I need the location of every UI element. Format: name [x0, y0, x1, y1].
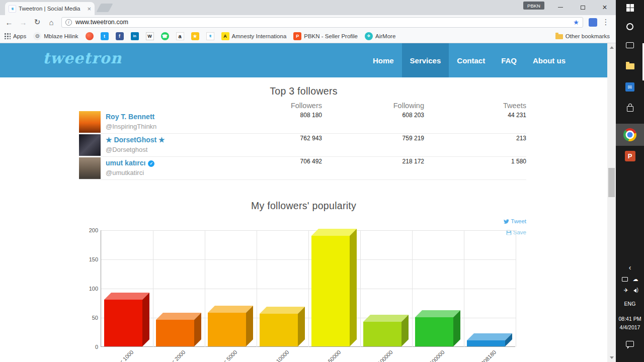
column-header-following: Following — [324, 102, 424, 110]
avatar — [79, 111, 101, 133]
bookmark-item[interactable]: ☎ — [161, 32, 169, 40]
gridline — [153, 230, 153, 347]
new-tab-button[interactable] — [96, 4, 113, 12]
bookmark-item[interactable]: in — [131, 32, 139, 40]
followers-table-rows: Roy T. Bennett@InspiringThinkn808 180608… — [79, 111, 526, 180]
bookmark-favicon: in — [131, 32, 139, 40]
file-explorer-button[interactable] — [616, 63, 644, 69]
screen: tt Tweetron | Social Media × PBKN × ← → … — [0, 0, 644, 362]
bookmark-favicon: ⊙ — [33, 32, 41, 40]
bookmark-item[interactable]: ✈AirMore — [365, 32, 395, 40]
bookmark-favicon: P — [293, 32, 301, 40]
powerpoint-icon: P — [625, 151, 635, 161]
chevron-left-icon: ‹ — [629, 263, 631, 272]
page-scrollbar[interactable] — [607, 43, 616, 362]
site-info-icon[interactable]: i — [65, 19, 72, 26]
bar-< 100000 — [363, 315, 409, 346]
home-icon[interactable]: ⌂ — [44, 18, 58, 27]
avatar — [79, 134, 101, 156]
volume-icon[interactable] — [633, 289, 636, 293]
bookmark-favicon: A — [221, 32, 229, 40]
profile-badge[interactable]: PBKN — [523, 2, 544, 10]
bookmark-item[interactable]: ★ — [191, 32, 199, 40]
bar-< 10000 — [260, 307, 305, 346]
bookmark-item[interactable]: tt — [206, 32, 214, 40]
onedrive-cloud-icon[interactable]: ☁ — [633, 277, 638, 282]
close-button[interactable]: × — [594, 0, 616, 15]
network-icon[interactable]: ✈ — [623, 288, 628, 293]
bookmark-item[interactable]: a — [176, 32, 184, 40]
scroll-down-icon[interactable] — [607, 353, 616, 362]
bookmark-item[interactable]: PPBKN - Seller Profile — [293, 32, 358, 40]
back-icon[interactable]: ← — [2, 18, 16, 27]
avatar — [79, 157, 101, 179]
maximize-button[interactable] — [572, 0, 594, 15]
gridline — [412, 230, 413, 347]
action-center-button[interactable] — [616, 341, 644, 347]
follower-handle: @InspiringThinkn — [106, 123, 156, 130]
store-button[interactable] — [616, 104, 644, 112]
y-axis-tick-label: 0 — [83, 344, 98, 350]
site-header: tweetron HomeServicesContactFAQAbout us — [0, 43, 607, 77]
scroll-up-icon[interactable] — [607, 43, 616, 52]
bookmark-favicon: f — [116, 32, 124, 40]
tab-close-icon[interactable]: × — [87, 6, 91, 12]
clock-date-area[interactable]: 4/4/2017 — [616, 324, 644, 330]
bookmark-label: AirMore — [375, 33, 395, 39]
follower-followers-count: 808 180 — [262, 112, 322, 119]
apps-shortcut[interactable]: Apps — [4, 33, 26, 39]
bookmark-item[interactable]: ⊙Mblaze Hilink — [33, 32, 78, 40]
url-bar[interactable]: i www.tweetron.com ★ — [61, 17, 583, 28]
nav-item-home[interactable]: Home — [365, 43, 402, 77]
nav-item-services[interactable]: Services — [402, 43, 449, 77]
bookmark-item[interactable] — [86, 32, 94, 40]
cortana-button[interactable] — [616, 23, 644, 30]
start-button[interactable] — [616, 4, 644, 12]
forward-icon[interactable]: → — [16, 18, 30, 27]
nav-item-about-us[interactable]: About us — [525, 43, 574, 77]
minimize-button[interactable] — [549, 0, 572, 15]
followers-title: Top 3 followers — [0, 85, 607, 97]
maximize-icon — [581, 6, 585, 10]
apps-label: Apps — [13, 33, 26, 39]
bookmark-star-icon[interactable]: ★ — [573, 19, 579, 26]
browser-tab[interactable]: tt Tweetron | Social Media × — [5, 2, 95, 15]
nav-item-faq[interactable]: FAQ — [493, 43, 525, 77]
follower-name-link[interactable]: Roy T. Bennett — [106, 113, 154, 121]
follower-name-link[interactable]: umut katırcı✓ — [106, 159, 154, 167]
y-axis-tick-label: 100 — [83, 286, 98, 292]
extension-icon[interactable] — [589, 18, 597, 27]
bookmark-item[interactable]: t — [101, 32, 109, 40]
powerpoint-button[interactable]: P — [616, 151, 644, 161]
bookmark-item[interactable]: W — [146, 32, 154, 40]
apps-grid-icon — [4, 33, 11, 39]
language-indicator[interactable]: ENG — [616, 301, 644, 307]
bookmark-label: Mblaze Hilink — [44, 33, 78, 39]
bookmark-item[interactable]: AAmnesty Internationa — [221, 32, 287, 40]
store-bag-icon — [627, 106, 633, 112]
reload-icon[interactable]: ↻ — [30, 18, 44, 27]
site-logo[interactable]: tweetron — [43, 49, 122, 67]
mail-button[interactable]: ✉ — [616, 82, 644, 92]
bookmark-label: Amnesty Internationa — [232, 33, 287, 39]
x-axis-tick-label: < 5000 — [222, 349, 238, 362]
other-bookmarks[interactable]: Other bookmarks — [555, 33, 610, 39]
bar-808180 — [467, 333, 512, 346]
tab-favicon-icon: tt — [9, 5, 16, 13]
x-axis-tick-label: < 1000 — [118, 349, 134, 362]
url-text[interactable]: www.tweetron.com — [75, 19, 570, 26]
task-view-button[interactable] — [616, 42, 644, 48]
scrollbar-thumb[interactable] — [608, 168, 615, 197]
browser-menu-icon[interactable]: ⋮ — [600, 18, 612, 27]
follower-name-link[interactable]: ★ DorsetGhost ★ — [106, 136, 165, 144]
follower-row: ★ DorsetGhost ★@Dorsetghost762 943759 21… — [79, 134, 526, 157]
tray-expand-button[interactable]: ‹ — [616, 263, 644, 272]
display-icon[interactable] — [622, 277, 628, 282]
follower-row: umut katırcı✓@umutkatirci706 492218 1721… — [79, 157, 526, 180]
nav-item-contact[interactable]: Contact — [449, 43, 493, 77]
tweet-button[interactable]: Tweet — [503, 218, 526, 224]
close-icon: × — [602, 3, 607, 12]
bookmark-item[interactable]: f — [116, 32, 124, 40]
chrome-taskbar-button[interactable] — [616, 124, 644, 146]
clock[interactable]: 08:41 PM — [616, 316, 644, 322]
